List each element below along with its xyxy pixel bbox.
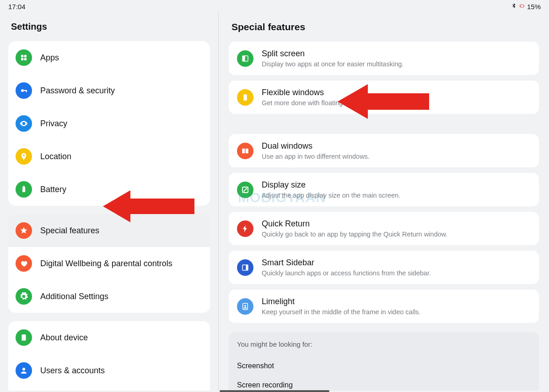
sidebar-icon — [237, 259, 253, 276]
grid-icon — [16, 49, 32, 66]
sidebar-item-password-security[interactable]: Password & security — [8, 74, 210, 107]
feature-quick-return[interactable]: Quick ReturnQuickly go back to an app by… — [229, 212, 539, 245]
sidebar-item-label: Battery — [40, 185, 66, 194]
portrait-icon — [237, 298, 253, 315]
sidebar-item-users-accounts[interactable]: Users & accounts — [8, 354, 210, 387]
sidebar-item-label: Apps — [40, 53, 59, 63]
sidebar-item-about-device[interactable]: About device — [8, 321, 210, 354]
status-time: 17:04 — [8, 3, 26, 11]
dual-icon — [237, 143, 253, 159]
sidebar-item-label: Additional Settings — [40, 292, 108, 301]
suggestions-title: You might be looking for: — [237, 340, 531, 348]
feature-texts: Dual windowsUse an app in two different … — [262, 141, 370, 160]
svg-rect-4 — [24, 55, 27, 57]
expand-icon — [237, 182, 253, 198]
svg-rect-18 — [243, 94, 247, 101]
settings-title: Settings — [8, 12, 210, 41]
svg-rect-3 — [21, 55, 23, 57]
sidebar-item-additional-settings[interactable]: Additional Settings — [8, 280, 210, 313]
suggestion-item[interactable]: Screenshot — [237, 356, 531, 376]
feature-split-screen[interactable]: Split screenDisplay two apps at once for… — [229, 42, 539, 75]
feature-texts: LimelightKeep yourself in the middle of … — [262, 297, 420, 316]
feature-smart-sidebar[interactable]: Smart SidebarQuickly launch apps or acce… — [229, 251, 539, 284]
feature-desc: Quickly launch apps or access functions … — [262, 269, 431, 277]
sidebar-item-special-features[interactable]: Special features — [8, 214, 210, 247]
feature-texts: Quick ReturnQuickly go back to an app by… — [262, 219, 447, 238]
sidebar-item-label: About device — [40, 333, 88, 343]
detail-title: Special features — [229, 12, 539, 42]
feature-title: Smart Sidebar — [262, 258, 431, 268]
bluetooth-icon — [511, 3, 517, 11]
svg-rect-9 — [26, 90, 27, 92]
bolt-icon — [237, 220, 253, 237]
battery-percent: 15% — [527, 3, 541, 11]
svg-rect-6 — [24, 58, 27, 60]
svg-point-7 — [21, 89, 24, 92]
feature-display-size[interactable]: Display sizeAdjust the app display size … — [229, 173, 539, 206]
status-bar: 17:04 15% — [0, 0, 549, 12]
feature-title: Flexible windows — [262, 88, 372, 97]
svg-rect-2 — [520, 5, 521, 7]
feature-title: Split screen — [262, 49, 404, 59]
feature-desc: Adjust the app display size on the main … — [262, 192, 400, 199]
svg-point-10 — [23, 123, 24, 124]
feature-texts: Smart SidebarQuickly launch apps or acce… — [262, 258, 431, 277]
feature-desc: Display two apps at once for easier mult… — [262, 60, 404, 68]
settings-group: Special featuresDigital Wellbeing & pare… — [8, 214, 210, 313]
pin-icon — [16, 148, 32, 165]
settings-group: AppsPassword & securityPrivacyLocationBa… — [8, 41, 210, 206]
settings-sidebar[interactable]: Settings AppsPassword & securityPrivacyL… — [0, 12, 219, 391]
gear-icon — [16, 288, 32, 305]
svg-rect-20 — [246, 148, 248, 153]
feature-texts: Flexible windowsGet more done with float… — [262, 88, 372, 107]
sidebar-item-label: Users & accounts — [40, 366, 105, 376]
feature-title: Display size — [262, 180, 400, 190]
sidebar-item-digital-wellbeing[interactable]: Digital Wellbeing & parental controls — [8, 247, 210, 280]
sidebar-item-label: Digital Wellbeing & parental controls — [40, 259, 172, 268]
person-icon — [16, 362, 32, 379]
feature-limelight[interactable]: LimelightKeep yourself in the middle of … — [229, 290, 539, 323]
suggestion-item[interactable]: Screen recording — [237, 376, 531, 391]
svg-rect-23 — [246, 265, 248, 270]
key-icon — [16, 82, 32, 99]
detail-pane[interactable]: Special features Split screenDisplay two… — [219, 12, 549, 391]
svg-point-14 — [23, 340, 24, 341]
sidebar-item-privacy[interactable]: Privacy — [8, 107, 210, 140]
svg-point-15 — [22, 368, 25, 371]
battery-icon — [16, 181, 32, 198]
feature-desc: Quickly go back to an app by tapping the… — [262, 231, 447, 238]
svg-rect-11 — [22, 187, 25, 192]
sidebar-item-google[interactable]: Google — [8, 387, 210, 391]
feature-dual-windows[interactable]: Dual windowsUse an app in two different … — [229, 134, 539, 167]
suggestions-section: You might be looking for: ScreenshotScre… — [229, 332, 539, 391]
svg-rect-1 — [524, 5, 524, 6]
nav-handle[interactable] — [220, 390, 329, 392]
eye-icon — [16, 115, 32, 132]
tablet-icon — [16, 329, 32, 346]
sidebar-item-label: Password & security — [40, 86, 115, 96]
sidebar-item-apps[interactable]: Apps — [8, 41, 210, 74]
svg-rect-17 — [243, 56, 245, 61]
feature-texts: Display sizeAdjust the app display size … — [262, 180, 400, 199]
main-container: Settings AppsPassword & securityPrivacyL… — [0, 12, 549, 391]
feature-flexible-windows[interactable]: Flexible windowsGet more done with float… — [229, 81, 539, 114]
feature-desc: Get more done with floating windows. — [262, 99, 372, 107]
feature-desc: Keep yourself in the middle of the frame… — [262, 308, 420, 316]
feature-texts: Split screenDisplay two apps at once for… — [262, 49, 404, 68]
svg-point-25 — [244, 305, 246, 306]
split-icon — [237, 50, 253, 67]
feature-title: Limelight — [262, 297, 420, 306]
sidebar-item-location[interactable]: Location — [8, 140, 210, 173]
heart-icon — [16, 255, 32, 272]
sidebar-item-battery[interactable]: Battery — [8, 173, 210, 206]
settings-group: About deviceUsers & accountsGoogle — [8, 321, 210, 391]
sidebar-item-label: Privacy — [40, 119, 67, 129]
svg-rect-12 — [23, 186, 25, 187]
status-right: 15% — [511, 3, 541, 11]
feature-desc: Use an app in two different windows. — [262, 153, 370, 160]
sidebar-item-label: Location — [40, 152, 71, 161]
battery-low-icon — [519, 3, 525, 11]
window-icon — [237, 89, 253, 106]
svg-rect-5 — [21, 58, 23, 60]
feature-title: Dual windows — [262, 141, 370, 151]
